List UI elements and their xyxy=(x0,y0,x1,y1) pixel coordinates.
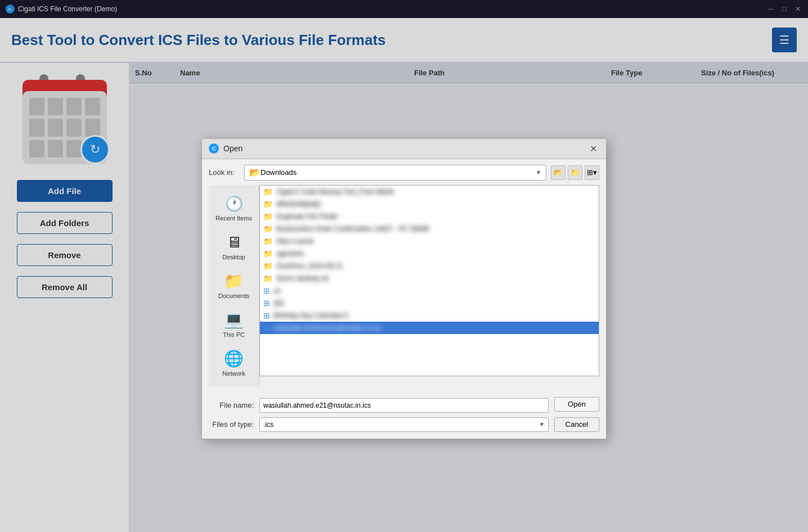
file-item-icon: ⊞ xyxy=(263,323,270,332)
file-list-item[interactable]: 📁dfhk3h4fkjhkfjs xyxy=(260,198,599,210)
filetype-label: Files of type: xyxy=(209,420,254,429)
dialog-close-button[interactable]: ✕ xyxy=(587,142,599,155)
file-list-item[interactable]: ⊞a81 xyxy=(260,297,599,309)
file-item-icon: 📁 xyxy=(263,200,273,209)
cancel-button[interactable]: Cancel xyxy=(554,417,599,432)
dialog-action-buttons: Open xyxy=(554,397,599,412)
recent-folders-button[interactable]: 📂 xyxy=(551,165,565,180)
file-list-item[interactable]: 📁Booksonline Order Confirmation 14627 - … xyxy=(260,223,599,235)
dialog-body: Look in: 📂 Downloads ▼ 📂 📁 ⊞▾ 🕐 xyxy=(202,159,606,393)
file-item-icon: ⊞ xyxy=(263,299,270,308)
dialog-title-left: C Open xyxy=(209,143,243,154)
filename-label: File name: xyxy=(209,401,254,409)
filetype-select[interactable]: .ics ▼ xyxy=(259,417,549,432)
nav-item-recent[interactable]: 🕐 Recent Items xyxy=(210,191,258,226)
file-list-item[interactable]: 📁Cigati E Suite Backup Tool_Free+Blank xyxy=(260,186,599,198)
file-item-icon: 📁 xyxy=(263,237,273,246)
file-item-name: New A world xyxy=(276,237,595,245)
filetype-row: Files of type: .ics ▼ Cancel xyxy=(209,417,599,432)
file-list[interactable]: 📁Cigati E Suite Backup Tool_Free+Blank📁d… xyxy=(259,185,599,376)
dialog-nav: 🕐 Recent Items 🖥 Desktop 📁 Documents 💻 T… xyxy=(209,185,259,387)
file-item-icon: 📁 xyxy=(263,249,273,258)
file-list-item[interactable]: ⊞Birthday Day Calendar11 xyxy=(260,309,599,322)
dialog-app-icon: C xyxy=(209,143,219,154)
file-list-item[interactable]: ⊞a1 xyxy=(260,285,599,297)
file-item-icon: 📁 xyxy=(263,262,273,270)
nav-label-desktop: Desktop xyxy=(222,254,245,260)
file-list-item[interactable]: 📁Duplicate File Finder xyxy=(260,210,599,223)
file-list-item[interactable]: 📁agentinfo xyxy=(260,247,599,260)
file-item-icon: 📁 xyxy=(263,187,273,196)
file-item-name: Cigati E Suite Backup Tool_Free+Blank xyxy=(276,188,595,196)
file-item-icon: 📁 xyxy=(263,274,273,283)
file-item-name: OneDrive_2024-08-21 xyxy=(276,262,595,270)
open-dialog: C Open ✕ Look in: 📂 Downloads ▼ 📂 📁 ⊞▾ xyxy=(201,138,607,439)
network-icon: 🌐 xyxy=(224,349,244,368)
lookin-label: Look in: xyxy=(209,168,240,177)
file-item-icon: ⊞ xyxy=(263,286,270,295)
nav-item-desktop[interactable]: 🖥 Desktop xyxy=(210,228,258,265)
file-item-name: a1 xyxy=(273,287,595,295)
up-folder-button[interactable]: 📁 xyxy=(568,165,582,180)
dialog-bottom: File name: Open Files of type: .ics ▼ Ca… xyxy=(202,393,606,439)
lookin-select[interactable]: 📂 Downloads ▼ xyxy=(244,165,546,181)
file-item-icon: 📁 xyxy=(263,212,273,221)
nav-item-network[interactable]: 🌐 Network xyxy=(210,345,258,381)
file-item-name: a81 xyxy=(273,299,595,307)
file-item-icon: ⊞ xyxy=(263,311,270,320)
file-list-item[interactable]: 📁OneDrive_2024-08-21 xyxy=(260,260,599,272)
lookin-chevron-icon: ▼ xyxy=(536,169,541,175)
nav-item-documents[interactable]: 📁 Documents xyxy=(210,267,258,304)
recent-icon: 🕐 xyxy=(225,195,243,213)
thispc-icon: 💻 xyxy=(224,310,244,329)
view-options-button[interactable]: ⊞▾ xyxy=(585,165,599,180)
file-item-name: agentinfo xyxy=(276,250,595,258)
dialog-overlay: C Open ✕ Look in: 📂 Downloads ▼ 📂 📁 ⊞▾ xyxy=(0,0,808,532)
lookin-row: Look in: 📂 Downloads ▼ 📂 📁 ⊞▾ xyxy=(209,165,599,181)
file-item-icon: 📁 xyxy=(263,224,273,233)
filetype-chevron-icon: ▼ xyxy=(539,421,545,427)
lookin-tools: 📂 📁 ⊞▾ xyxy=(551,165,599,180)
filename-input[interactable] xyxy=(259,398,549,413)
nav-label-thispc: This PC xyxy=(223,331,245,338)
file-item-name: Birthday Day Calendar11 xyxy=(273,312,595,319)
file-item-name: Booksonline Order Confirmation 14627 - P… xyxy=(276,225,595,233)
dialog-title: Open xyxy=(223,144,243,153)
file-item-name: wasiullah.ahmed.e21@nsutac.in.ics xyxy=(273,324,595,332)
desktop-icon: 🖥 xyxy=(226,233,242,251)
open-button[interactable]: Open xyxy=(554,397,599,412)
folder-dropdown-icon: 📂 xyxy=(249,167,261,178)
lookin-value: Downloads xyxy=(261,168,297,177)
nav-label-documents: Documents xyxy=(218,292,250,299)
filetype-value: .ics xyxy=(263,421,273,429)
documents-icon: 📁 xyxy=(224,272,244,290)
file-item-name: dfhk3h4fkjhkfjs xyxy=(276,200,595,208)
dialog-title-bar: C Open ✕ xyxy=(202,139,606,159)
file-list-item[interactable]: 📁New A world xyxy=(260,235,599,247)
dialog-main: 🕐 Recent Items 🖥 Desktop 📁 Documents 💻 T… xyxy=(209,185,599,387)
file-item-name: Duplicate File Finder xyxy=(276,213,595,220)
nav-label-network: Network xyxy=(222,370,245,377)
file-item-name: Storm desktop.str xyxy=(276,274,595,282)
nav-label-recent: Recent Items xyxy=(216,215,252,222)
filename-row: File name: Open xyxy=(209,398,599,413)
nav-item-thispc[interactable]: 💻 This PC xyxy=(210,306,258,342)
file-list-item[interactable]: 📁Storm desktop.str xyxy=(260,272,599,285)
file-list-item[interactable]: ⊞wasiullah.ahmed.e21@nsutac.in.ics xyxy=(260,322,599,334)
